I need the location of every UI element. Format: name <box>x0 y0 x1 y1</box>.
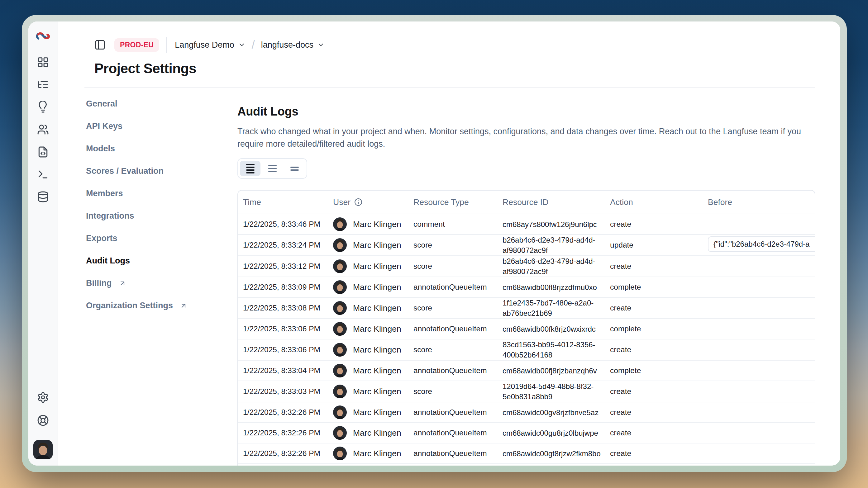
settings-nav-item-organization-settings[interactable]: Organization Settings <box>86 301 238 310</box>
users-icon[interactable] <box>37 124 49 135</box>
column-header-before[interactable]: Before <box>708 197 815 207</box>
table-row[interactable]: 1/22/2025, 8:33:12 PM Marc Klingen score… <box>238 256 815 277</box>
row-height-small-button[interactable] <box>240 161 260 176</box>
settings-nav-item-label: Members <box>86 189 123 198</box>
breadcrumb: PROD-EU Langfuse Demo / langfuse-docs <box>94 37 840 53</box>
settings-nav-item-exports[interactable]: Exports <box>86 234 238 243</box>
action-cell: create <box>610 345 708 354</box>
user-row-avatar <box>333 426 347 440</box>
settings-nav-item-label: Audit Logs <box>86 256 130 265</box>
settings-nav-item-label: Scores / Evaluation <box>86 167 163 176</box>
resource-type-cell: score <box>413 241 502 250</box>
dashboard-grid-icon[interactable] <box>37 56 49 68</box>
settings-gear-icon[interactable] <box>37 391 49 403</box>
user-row-avatar <box>333 322 347 336</box>
resource-id-cell: b26ab4c6-d2e3-479d-ad4d-af980072ac9f <box>502 256 610 276</box>
user-row-avatar <box>333 301 347 315</box>
action-cell: complete <box>610 283 708 292</box>
table-row[interactable]: 1/22/2025, 8:33:24 PM Marc Klingen score… <box>238 235 815 256</box>
table-row[interactable]: 1/22/2025, 8:33:08 PM Marc Klingen score… <box>238 298 815 319</box>
resource-type-cell: annotationQueueItem <box>413 366 502 375</box>
time-cell: 1/22/2025, 8:32:26 PM <box>243 449 333 458</box>
settings-nav: General API Keys Models Scores / Evaluat… <box>86 88 238 465</box>
table-row[interactable]: 1/22/2025, 8:32:26 PM Marc Klingen annot… <box>238 444 815 464</box>
settings-nav-item-audit-logs[interactable]: Audit Logs <box>86 256 238 265</box>
settings-nav-item-members[interactable]: Members <box>86 189 238 198</box>
action-cell: create <box>610 449 708 458</box>
table-row[interactable]: 1/22/2025, 8:33:03 PM Marc Klingen score… <box>238 381 815 402</box>
resource-id-cell: 1f1e2435-7bd7-480e-a2a0-ab76bec21b69 <box>502 298 610 318</box>
user-name: Marc Klingen <box>353 366 401 376</box>
column-header-resource-id[interactable]: Resource ID <box>502 197 610 207</box>
file-code-icon[interactable] <box>37 146 49 158</box>
resource-type-cell: annotationQueueItem <box>413 428 502 437</box>
sidebar-bottom-icons <box>33 391 53 459</box>
user-avatar[interactable] <box>33 440 53 459</box>
tracing-tree-icon[interactable] <box>37 79 49 91</box>
resource-type-cell: score <box>413 345 502 354</box>
time-cell: 1/22/2025, 8:33:24 PM <box>243 241 333 250</box>
resource-id-cell: cm68awidb00fj8rjzbanzqh6v <box>502 366 610 376</box>
organization-selector[interactable]: Langfuse Demo <box>175 40 246 50</box>
column-header-resource-type[interactable]: Resource Type <box>413 197 502 207</box>
row-height-medium-button[interactable] <box>262 161 283 176</box>
user-row-avatar <box>333 238 347 252</box>
langfuse-logo-icon[interactable] <box>36 31 50 41</box>
user-row-avatar <box>333 405 347 419</box>
help-lifebuoy-icon[interactable] <box>37 415 49 426</box>
table-row[interactable]: 1/22/2025, 8:33:04 PM Marc Klingen annot… <box>238 361 815 381</box>
resource-type-cell: annotationQueueItem <box>413 325 502 333</box>
table-row[interactable]: 1/22/2025, 8:33:46 PM Marc Klingen comme… <box>238 214 815 235</box>
project-selector[interactable]: langfuse-docs <box>261 40 324 50</box>
row-height-large-button[interactable] <box>284 161 305 176</box>
column-header-user[interactable]: User <box>333 197 413 207</box>
resource-type-cell: score <box>413 262 502 271</box>
user-row-avatar <box>333 447 347 460</box>
column-header-action[interactable]: Action <box>610 197 708 207</box>
user-name: Marc Klingen <box>353 345 401 355</box>
table-row[interactable]: 1/22/2025, 8:32:26 PM Marc Klingen annot… <box>238 423 815 444</box>
audit-logs-description: Track who changed what in your project a… <box>238 125 823 150</box>
column-header-time[interactable]: Time <box>243 197 333 207</box>
table-body: 1/22/2025, 8:33:46 PM Marc Klingen comme… <box>238 214 815 465</box>
resource-id-cell: cm68awidb00fk8rjz0wxixrdc <box>502 324 610 334</box>
settings-nav-item-label: Integrations <box>86 212 134 221</box>
resource-id-cell: b26ab4c6-d2e3-479d-ad4d-af980072ac9f <box>502 235 610 255</box>
user-row-avatar <box>333 364 347 378</box>
user-cell: Marc Klingen <box>333 385 413 398</box>
info-icon[interactable] <box>354 198 362 206</box>
lightbulb-icon[interactable] <box>37 101 49 113</box>
table-row[interactable]: 1/22/2025, 8:33:06 PM Marc Klingen score… <box>238 339 815 361</box>
table-row[interactable]: 1/22/2025, 8:33:09 PM Marc Klingen annot… <box>238 277 815 298</box>
time-cell: 1/22/2025, 8:33:06 PM <box>243 325 333 333</box>
user-name: Marc Klingen <box>353 262 401 271</box>
user-row-avatar <box>333 280 347 294</box>
user-cell: Marc Klingen <box>333 405 413 419</box>
sidebar-nav-icons <box>37 56 49 203</box>
main-area: PROD-EU Langfuse Demo / langfuse-docs Pr… <box>58 22 840 465</box>
database-icon[interactable] <box>37 191 49 203</box>
terminal-icon[interactable] <box>37 168 49 180</box>
action-cell: create <box>610 262 708 271</box>
user-cell: Marc Klingen <box>333 322 413 336</box>
settings-nav-item-integrations[interactable]: Integrations <box>86 212 238 221</box>
table-row[interactable]: 1/22/2025, 8:32:26 PM Marc Klingen annot… <box>238 464 815 465</box>
before-cell: {"id":"b26ab4c6-d2e3-479d-a <box>708 236 815 254</box>
app-window: PROD-EU Langfuse Demo / langfuse-docs Pr… <box>22 15 847 472</box>
chevron-down-icon <box>317 41 324 48</box>
settings-nav-item-general[interactable]: General <box>86 99 238 108</box>
settings-nav-item-billing[interactable]: Billing <box>86 279 238 288</box>
resource-type-cell: score <box>413 387 502 396</box>
table-row[interactable]: 1/22/2025, 8:32:26 PM Marc Klingen annot… <box>238 402 815 423</box>
table-row[interactable]: 1/22/2025, 8:33:06 PM Marc Klingen annot… <box>238 319 815 339</box>
settings-nav-item-models[interactable]: Models <box>86 144 238 153</box>
user-cell: Marc Klingen <box>333 364 413 378</box>
table-header: Time User Resource Type Resource ID Acti… <box>238 191 815 214</box>
user-row-avatar <box>333 259 347 273</box>
settings-nav-item-api-keys[interactable]: API Keys <box>86 122 238 131</box>
settings-nav-item-scores-evaluation[interactable]: Scores / Evaluation <box>86 167 238 176</box>
time-cell: 1/22/2025, 8:32:26 PM <box>243 408 333 417</box>
sidebar-toggle-icon[interactable] <box>94 39 105 51</box>
user-row-avatar <box>333 385 347 398</box>
before-json-box[interactable]: {"id":"b26ab4c6-d2e3-479d-a <box>708 236 815 252</box>
